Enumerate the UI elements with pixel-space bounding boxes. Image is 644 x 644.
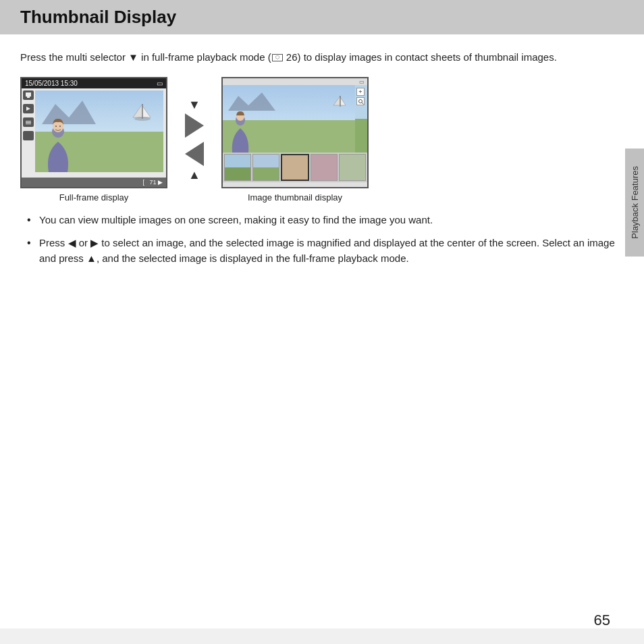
thumbnail-block: ▭ bbox=[221, 77, 369, 203]
thumbnail-caption: Image thumbnail display bbox=[248, 192, 342, 203]
svg-line-22 bbox=[362, 103, 364, 105]
ff-icons-left bbox=[23, 90, 34, 140]
ff-scene bbox=[35, 90, 163, 172]
td-main-image: + bbox=[223, 85, 367, 153]
td-battery: ▭ bbox=[359, 79, 365, 85]
ff-icon-1 bbox=[23, 90, 34, 100]
intro-paragraph: Press the multi selector ▼ in full-frame… bbox=[20, 49, 624, 65]
diagrams-row: 15/05/2013 15:30 ▭ bbox=[20, 77, 624, 203]
svg-rect-4 bbox=[26, 122, 31, 123]
thumb-4 bbox=[311, 154, 338, 181]
main-content: Press the multi selector ▼ in full-frame… bbox=[0, 34, 644, 628]
svg-point-14 bbox=[59, 126, 61, 127]
svg-rect-0 bbox=[26, 92, 31, 97]
thumb-scene-4 bbox=[311, 155, 337, 180]
thumb-2 bbox=[252, 154, 279, 181]
navigation-arrows: ▼ ▲ bbox=[167, 99, 221, 181]
fullframe-caption: Full-frame display bbox=[59, 192, 129, 203]
thumb-1 bbox=[224, 154, 251, 181]
thumb-3-selected bbox=[281, 154, 309, 181]
up-arrow-indicator: ▲ bbox=[188, 169, 200, 181]
ff-icon-4 bbox=[23, 131, 34, 140]
page-number: 65 bbox=[594, 612, 610, 629]
ff-icon-3 bbox=[23, 117, 34, 127]
left-arrow bbox=[185, 142, 204, 166]
thumbnail-display: ▭ bbox=[221, 77, 369, 188]
bullet-item-2: Press ◀ or ▶ to select an image, and the… bbox=[27, 235, 624, 267]
down-arrow-indicator: ▼ bbox=[188, 99, 200, 111]
svg-rect-1 bbox=[27, 97, 30, 98]
svg-point-10 bbox=[134, 117, 151, 121]
svg-marker-17 bbox=[340, 97, 346, 105]
svg-marker-8 bbox=[142, 106, 151, 117]
thumb-scene-5 bbox=[340, 155, 365, 180]
td-zoom-plus: + bbox=[356, 88, 365, 96]
thumb-scene-1 bbox=[225, 155, 250, 180]
bullet-item-1: You can view multiple images on one scre… bbox=[27, 212, 624, 227]
svg-rect-5 bbox=[26, 124, 31, 124]
ff-icon-2 bbox=[23, 104, 34, 113]
thumb-5 bbox=[339, 154, 366, 181]
right-arrow bbox=[185, 113, 204, 138]
thumb-scene-2 bbox=[253, 155, 279, 180]
page-header: Thumbnail Display bbox=[0, 0, 644, 34]
ff-topbar: 15/05/2013 15:30 ▭ bbox=[22, 78, 166, 88]
ff-bottom-bar: [ 71 ▶ bbox=[22, 178, 166, 187]
bullet-1-text: You can view multiple images on one scre… bbox=[39, 214, 433, 225]
svg-marker-2 bbox=[26, 107, 30, 111]
bullet-list: You can view multiple images on one scre… bbox=[20, 212, 624, 266]
ff-timestamp: 15/05/2013 15:30 bbox=[25, 80, 78, 87]
td-topbar: ▭ bbox=[223, 78, 367, 85]
bullet-2-text: Press ◀ or ▶ to select an image, and the… bbox=[39, 237, 615, 264]
thumb-scene-3 bbox=[282, 155, 308, 180]
svg-point-13 bbox=[55, 126, 57, 127]
svg-point-21 bbox=[358, 99, 362, 103]
svg-marker-16 bbox=[333, 96, 340, 105]
td-thumbs-row bbox=[223, 153, 367, 182]
horizontal-arrows bbox=[185, 113, 204, 166]
td-zoom-glass bbox=[356, 97, 365, 105]
page-title: Thumbnail Display bbox=[20, 7, 176, 28]
sidebar-tab-label: Playback Features bbox=[630, 166, 640, 239]
ff-battery-icon: ▭ bbox=[157, 80, 163, 87]
fullframe-block: 15/05/2013 15:30 ▭ bbox=[20, 77, 167, 203]
sidebar-tab: Playback Features bbox=[625, 149, 644, 257]
svg-marker-7 bbox=[133, 104, 142, 117]
svg-rect-3 bbox=[26, 121, 31, 122]
fullframe-display: 15/05/2013 15:30 ▭ bbox=[20, 77, 167, 188]
